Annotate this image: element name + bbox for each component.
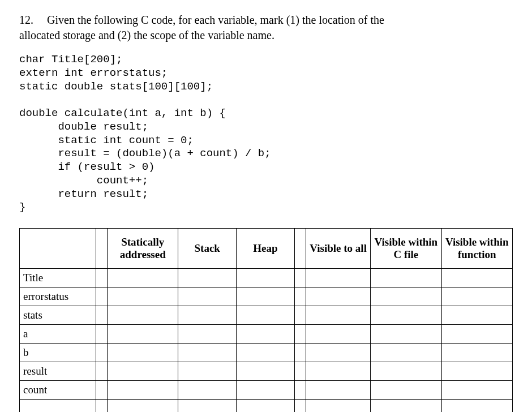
cell[interactable] — [294, 306, 306, 325]
cell[interactable] — [306, 287, 371, 306]
cell[interactable] — [306, 344, 371, 362]
header-stack: Stack — [178, 229, 237, 269]
cell[interactable] — [178, 381, 237, 400]
cell[interactable] — [108, 287, 178, 306]
table-row: b — [20, 344, 513, 362]
header-blank1 — [20, 229, 96, 269]
row-label: errorstatus — [20, 287, 96, 306]
cell[interactable] — [371, 344, 441, 362]
row-label: result — [20, 362, 96, 381]
question-number: 12. — [19, 12, 44, 28]
table-row: a — [20, 325, 513, 344]
table-row — [20, 400, 513, 413]
cell[interactable] — [237, 362, 295, 381]
cell[interactable] — [371, 381, 441, 400]
cell[interactable] — [294, 344, 306, 362]
cell[interactable] — [306, 306, 371, 325]
cell[interactable] — [237, 381, 295, 400]
row-label: stats — [20, 306, 96, 325]
table-row: errorstatus — [20, 287, 513, 306]
table-header-row: Statically addressed Stack Heap Visible … — [20, 229, 513, 269]
question-text-line1: Given the following C code, for each var… — [47, 14, 384, 26]
cell[interactable] — [441, 306, 512, 325]
cell[interactable] — [441, 344, 512, 362]
cell[interactable] — [237, 344, 295, 362]
table-row: count — [20, 381, 513, 400]
cell[interactable] — [294, 287, 306, 306]
row-label: a — [20, 325, 96, 344]
row-label — [20, 400, 96, 413]
cell[interactable] — [178, 325, 237, 344]
cell[interactable] — [306, 325, 371, 344]
cell[interactable] — [441, 362, 512, 381]
cell[interactable] — [237, 325, 295, 344]
header-static: Statically addressed — [108, 229, 178, 269]
page: 12. Given the following C code, for each… — [0, 0, 532, 412]
cell[interactable] — [371, 362, 441, 381]
cell[interactable] — [237, 400, 295, 413]
table-row: result — [20, 362, 513, 381]
answer-table: Statically addressed Stack Heap Visible … — [19, 228, 513, 412]
cell[interactable] — [294, 362, 306, 381]
cell[interactable] — [108, 325, 178, 344]
row-label: count — [20, 381, 96, 400]
cell[interactable] — [178, 362, 237, 381]
header-blank2 — [96, 229, 108, 269]
cell[interactable] — [294, 325, 306, 344]
cell[interactable] — [178, 344, 237, 362]
cell[interactable] — [96, 400, 108, 413]
cell[interactable] — [441, 269, 512, 287]
table-row: stats — [20, 306, 513, 325]
header-vis-file: Visible within C file — [371, 229, 441, 269]
header-heap: Heap — [237, 229, 295, 269]
cell[interactable] — [306, 269, 371, 287]
cell[interactable] — [441, 381, 512, 400]
table-row: Title — [20, 269, 513, 287]
cell[interactable] — [96, 306, 108, 325]
question-prompt: 12. Given the following C code, for each… — [19, 12, 513, 43]
cell[interactable] — [306, 400, 371, 413]
cell[interactable] — [237, 306, 295, 325]
cell[interactable] — [237, 269, 295, 287]
cell[interactable] — [306, 362, 371, 381]
cell[interactable] — [294, 381, 306, 400]
cell[interactable] — [96, 344, 108, 362]
header-vis-all: Visible to all — [306, 229, 371, 269]
cell[interactable] — [294, 269, 306, 287]
cell[interactable] — [237, 287, 295, 306]
cell[interactable] — [108, 362, 178, 381]
cell[interactable] — [178, 287, 237, 306]
cell[interactable] — [96, 325, 108, 344]
cell[interactable] — [441, 400, 512, 413]
cell[interactable] — [178, 306, 237, 325]
cell[interactable] — [178, 400, 237, 413]
table-body: Title errorstatus — [20, 269, 513, 413]
row-label: b — [20, 344, 96, 362]
cell[interactable] — [371, 287, 441, 306]
cell[interactable] — [371, 325, 441, 344]
cell[interactable] — [96, 269, 108, 287]
header-blank3 — [294, 229, 306, 269]
cell[interactable] — [108, 344, 178, 362]
cell[interactable] — [178, 269, 237, 287]
cell[interactable] — [371, 306, 441, 325]
cell[interactable] — [371, 400, 441, 413]
row-label: Title — [20, 269, 96, 287]
cell[interactable] — [294, 400, 306, 413]
code-block: char Title[200]; extern int errorstatus;… — [19, 53, 513, 214]
cell[interactable] — [371, 269, 441, 287]
cell[interactable] — [441, 325, 512, 344]
cell[interactable] — [108, 381, 178, 400]
cell[interactable] — [108, 400, 178, 413]
question-text-line2: allocated storage and (2) the scope of t… — [19, 29, 274, 41]
cell[interactable] — [96, 287, 108, 306]
cell[interactable] — [441, 287, 512, 306]
cell[interactable] — [306, 381, 371, 400]
header-vis-fn: Visible within function — [441, 229, 512, 269]
cell[interactable] — [108, 306, 178, 325]
cell[interactable] — [96, 362, 108, 381]
cell[interactable] — [108, 269, 178, 287]
cell[interactable] — [96, 381, 108, 400]
